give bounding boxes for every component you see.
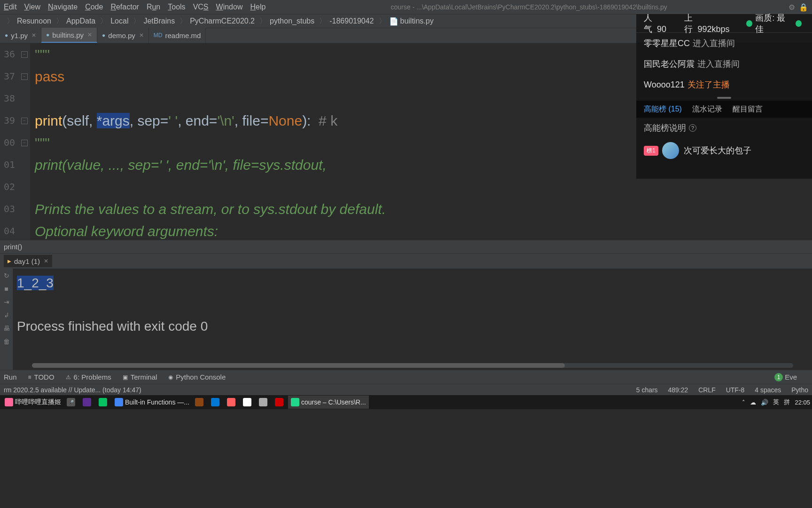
- code-token: # k: [311, 113, 337, 128]
- menu-code[interactable]: Code: [85, 3, 103, 11]
- overlay-info[interactable]: 高能榜说明 ?: [636, 118, 812, 138]
- close-icon[interactable]: ✕: [87, 32, 92, 38]
- tray-ime[interactable]: 英: [773, 398, 779, 406]
- fold-gutter: − − − −: [19, 43, 30, 240]
- horizontal-scrollbar[interactable]: [32, 363, 793, 368]
- tray-volume-icon[interactable]: 🔊: [761, 399, 768, 406]
- fold-toggle[interactable]: −: [21, 73, 28, 80]
- lock-icon[interactable]: 🔒: [799, 3, 808, 12]
- run-output[interactable]: 1_2_3 Process finished with exit code 0: [13, 269, 812, 370]
- status-bar: rm 2020.2.5 available // Update... (toda…: [0, 384, 812, 395]
- tray-onedrive-icon[interactable]: ☁: [750, 399, 756, 406]
- line-number: 38: [0, 87, 19, 110]
- menu-vcs[interactable]: VCS: [193, 3, 209, 11]
- status-position[interactable]: 489:22: [668, 386, 688, 394]
- structure-crumb[interactable]: print(): [0, 240, 812, 253]
- tab-label: readme.md: [165, 32, 201, 40]
- menu-run[interactable]: Run: [147, 3, 160, 11]
- status-eol[interactable]: CRLF: [698, 386, 716, 394]
- tab-readme[interactable]: MDreadme.md: [149, 28, 206, 43]
- status-indent[interactable]: 4 spaces: [755, 386, 781, 394]
- scrollbar-thumb[interactable]: [32, 363, 565, 368]
- line-number: 00: [0, 132, 19, 154]
- taskbar-item[interactable]: [224, 396, 240, 409]
- taskbar-item-bilibili[interactable]: 哔哩哔哩直播姬: [2, 396, 64, 409]
- tab-demo[interactable]: ●demo.py✕: [97, 28, 149, 43]
- tab-builtins[interactable]: ●builtins.py✕: [41, 28, 97, 43]
- close-icon[interactable]: ✕: [31, 32, 36, 39]
- status-message[interactable]: rm 2020.2.5 available // Update... (toda…: [4, 386, 628, 394]
- menu-tools[interactable]: Tools: [168, 3, 185, 11]
- overlay-tab-rank[interactable]: 高能榜 (15): [644, 104, 682, 114]
- tab-problems[interactable]: ⚠6: Problems: [66, 373, 111, 381]
- overlay-tab-superchat[interactable]: 醒目留言: [733, 104, 763, 114]
- help-icon[interactable]: ?: [689, 124, 696, 132]
- print-icon[interactable]: 🖶: [1, 323, 12, 333]
- crumb-file[interactable]: builtins.py: [400, 17, 434, 25]
- tab-python-console[interactable]: ◉Python Console: [168, 373, 226, 381]
- close-icon[interactable]: ✕: [44, 258, 48, 264]
- chat-message: Woooo121关注了主播: [636, 74, 812, 95]
- run-toolbar: ↻ ■ ⇥ ↲ 🖶 🗑: [0, 269, 13, 370]
- rerun-icon[interactable]: ↻: [1, 270, 12, 281]
- chat-user: Woooo121: [644, 80, 685, 89]
- menu-navigate[interactable]: Navigate: [48, 3, 78, 11]
- menu-help[interactable]: Help: [250, 3, 265, 11]
- selection: *args: [97, 113, 130, 128]
- wrap-icon[interactable]: ↲: [1, 310, 12, 320]
- gear-icon[interactable]: ⚙: [789, 3, 795, 12]
- crumb[interactable]: Local: [110, 17, 128, 25]
- tab-todo[interactable]: ≡TODO: [28, 373, 55, 381]
- crumb[interactable]: python_stubs: [270, 17, 314, 25]
- fold-toggle[interactable]: −: [21, 140, 28, 146]
- crumb[interactable]: AppData: [66, 17, 95, 25]
- taskbar-item-vs[interactable]: [80, 396, 96, 409]
- status-interpreter[interactable]: Pytho: [791, 386, 808, 394]
- tray-chevron-icon[interactable]: ˄: [742, 399, 745, 406]
- markdown-file-icon: MD: [154, 32, 163, 39]
- down-icon[interactable]: ⇥: [1, 297, 12, 307]
- status-encoding[interactable]: UTF-8: [726, 386, 745, 394]
- tab-label: TODO: [34, 373, 55, 381]
- drag-handle[interactable]: [717, 97, 731, 99]
- crumb[interactable]: PyCharmCE2020.2: [190, 17, 255, 25]
- task-label: course – C:\Users\R...: [301, 398, 366, 406]
- code-token: Prints the values to a stream, or to sys…: [35, 201, 386, 217]
- python-file-icon: 📄: [389, 17, 398, 26]
- taskbar-item[interactable]: [208, 396, 224, 409]
- trash-icon[interactable]: 🗑: [1, 336, 12, 347]
- taskbar-item[interactable]: [240, 396, 256, 409]
- taskbar-item-pycharm[interactable]: course – C:\Users\R...: [288, 396, 369, 409]
- taskbar-item[interactable]: [272, 396, 288, 409]
- tray-ime2[interactable]: 拼: [784, 398, 790, 406]
- menu-view[interactable]: View: [24, 3, 40, 11]
- python-file-icon: ●: [102, 32, 105, 39]
- taskbar-item[interactable]: 🎤: [64, 396, 80, 409]
- tab-terminal[interactable]: ▣Terminal: [123, 373, 157, 381]
- fold-toggle[interactable]: −: [21, 51, 28, 58]
- app-icon: [195, 398, 203, 406]
- overlay-rank-item[interactable]: 榜1 次可爱长大的包子: [636, 138, 812, 163]
- taskbar-item-wechat[interactable]: [96, 396, 112, 409]
- tab-run[interactable]: Run: [4, 373, 17, 381]
- fold-toggle[interactable]: −: [21, 118, 28, 124]
- stat-label: 上行: [684, 13, 693, 34]
- chat-message: 国民老公阿震进入直播间: [636, 54, 812, 74]
- taskbar-item-chrome[interactable]: Built-in Functions —...: [112, 396, 192, 409]
- close-icon[interactable]: ✕: [139, 32, 144, 39]
- tab-event-log[interactable]: 1Eve: [774, 373, 797, 381]
- overlay-tab-flow[interactable]: 流水记录: [692, 104, 722, 114]
- stop-icon[interactable]: ■: [1, 284, 12, 294]
- run-tab-day1[interactable]: ▸ day1 (1) ✕: [4, 255, 52, 267]
- crumb[interactable]: Resunoon: [17, 17, 51, 25]
- tray-clock[interactable]: 22:05: [795, 399, 810, 406]
- taskbar-item[interactable]: [256, 396, 272, 409]
- taskbar-item[interactable]: [192, 396, 208, 409]
- task-label: Built-in Functions —...: [125, 398, 189, 406]
- menu-refactor[interactable]: Refactor: [110, 3, 139, 11]
- crumb[interactable]: JetBrains: [143, 17, 175, 25]
- tab-y1[interactable]: ●y1.py✕: [0, 28, 41, 43]
- menu-edit[interactable]: Edit: [4, 3, 17, 11]
- crumb[interactable]: -1869019042: [329, 17, 374, 25]
- menu-window[interactable]: Window: [216, 3, 243, 11]
